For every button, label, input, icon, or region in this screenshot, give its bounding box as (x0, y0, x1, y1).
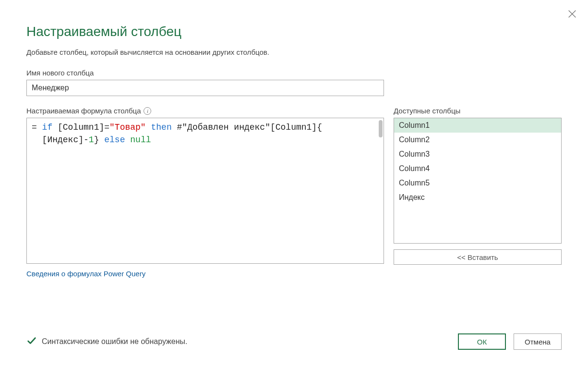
check-icon (26, 335, 37, 348)
power-query-help-link[interactable]: Сведения о формулах Power Query (26, 270, 145, 278)
formula-scrollbar[interactable] (379, 120, 383, 137)
dialog-title: Настраиваемый столбец (26, 24, 562, 39)
formula-label-text: Настраиваемая формула столбца (26, 107, 141, 115)
dialog-subtitle: Добавьте столбец, который вычисляется на… (26, 48, 562, 56)
custom-column-dialog: Настраиваемый столбец Добавьте столбец, … (0, 0, 588, 369)
syntax-status: Синтаксические ошибки не обнаружены. (26, 335, 187, 348)
ok-button[interactable]: ОК (458, 333, 506, 350)
available-column-item[interactable]: Column5 (394, 176, 561, 190)
available-column-item[interactable]: Индекс (394, 190, 561, 205)
new-column-name-label: Имя нового столбца (26, 69, 562, 77)
available-columns-list[interactable]: Column1Column2Column3Column4Column5Индек… (394, 118, 562, 244)
insert-column-button[interactable]: << Вставить (394, 249, 562, 265)
available-column-item[interactable]: Column3 (394, 147, 561, 161)
available-column-item[interactable]: Column1 (394, 118, 561, 133)
available-columns-label: Доступные столбцы (394, 107, 562, 115)
new-column-name-input[interactable] (26, 80, 384, 96)
available-column-item[interactable]: Column2 (394, 133, 561, 147)
formula-label: Настраиваемая формула столбца i (26, 107, 384, 115)
syntax-status-text: Синтаксические ошибки не обнаружены. (42, 337, 187, 346)
available-column-item[interactable]: Column4 (394, 161, 561, 176)
info-icon[interactable]: i (144, 107, 151, 115)
cancel-button[interactable]: Отмена (514, 333, 562, 350)
close-button[interactable] (567, 9, 577, 19)
formula-editor[interactable]: = if [Column1]="Товар" then #"Добавлен и… (26, 118, 384, 264)
